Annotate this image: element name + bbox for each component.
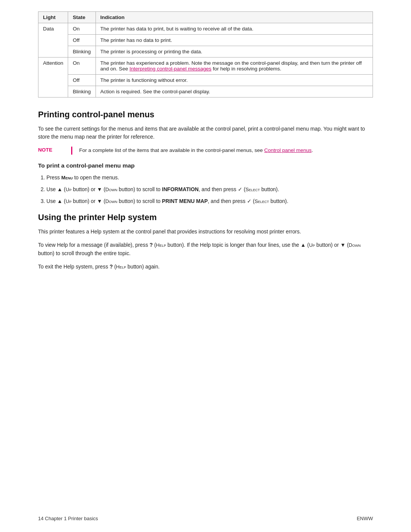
table-header-light: Light	[38, 12, 68, 23]
list-item: Use ▲ (Up button) or ▼ (Down button) to …	[46, 197, 373, 205]
table-row: Data On The printer has data to print, b…	[38, 23, 373, 35]
step2-up: Up	[65, 187, 71, 192]
light-state-table: Light State Indication Data On The print…	[38, 11, 373, 97]
step2-information: INFORMATION	[162, 187, 199, 192]
table-row: Blinking The printer is processing or pr…	[38, 46, 373, 58]
step3-up: Up	[65, 198, 71, 204]
footer-right: ENWW	[357, 516, 373, 521]
step1-text-before: Press	[46, 175, 61, 181]
note-block: NOTE For a complete list of the items th…	[38, 147, 373, 155]
list-item: Press Menu to open the menus.	[46, 174, 373, 182]
state-on-cell: On	[68, 23, 96, 35]
indication-blinking-cell: The printer is processing or printing th…	[96, 46, 373, 58]
section2-paragraph1: This printer features a Help system at t…	[38, 228, 373, 236]
steps-list: Press Menu to open the menus. Use ▲ (Up …	[46, 174, 373, 206]
attention-state-on-cell: On	[68, 58, 96, 75]
subheading-print-menu: To print a control-panel menu map	[38, 162, 373, 169]
light-data-cell: Data	[38, 23, 68, 58]
section1-paragraph1: To see the current settings for the menu…	[38, 125, 373, 141]
para3-text2: (Help button) again.	[113, 264, 159, 270]
note-label: NOTE	[38, 147, 72, 155]
note-text-after: .	[312, 147, 313, 153]
para3-help-label: Help	[116, 264, 126, 270]
para2-help-label: Help	[156, 242, 166, 248]
state-blinking-cell: Blinking	[68, 46, 96, 58]
note-text: For a complete list of the items that ar…	[79, 147, 373, 155]
footer-left: 14 Chapter 1 Printer basics	[38, 516, 98, 521]
attention-indication-text-after: for help in resolving problems.	[212, 66, 282, 72]
interpreting-link[interactable]: Interpreting control-panel messages	[129, 66, 211, 72]
table-row: Blinking Action is required. See the con…	[38, 86, 373, 97]
page-content: Light State Indication Data On The print…	[0, 0, 411, 299]
table-row: Off The printer is functioning without e…	[38, 75, 373, 86]
para2-text1: To view Help for a message (if available…	[38, 242, 150, 248]
light-attention-cell: Attention	[38, 58, 68, 97]
para2-down: Down	[349, 242, 360, 248]
table-header-state: State	[68, 12, 96, 23]
step1-menu-label: Menu	[61, 175, 73, 181]
table-row: Off The printer has no data to print.	[38, 35, 373, 46]
para2-up: Up	[309, 242, 315, 248]
section1-heading: Printing control-panel menus	[38, 110, 373, 120]
step2-text: Use ▲ (Up button) or ▼ (Down button) to …	[46, 187, 279, 192]
step3-select: Select	[255, 198, 269, 204]
step2-select: Select	[245, 187, 260, 192]
indication-on-cell: The printer has data to print, but is wa…	[96, 23, 373, 35]
step1-text-after: to open the menus.	[73, 175, 119, 181]
attention-indication-on-cell: The printer has experienced a problem. N…	[96, 58, 373, 75]
control-panel-menus-link[interactable]: Control panel menus	[264, 147, 312, 153]
section2-heading: Using the printer Help system	[38, 212, 373, 222]
step3-print-menu-map: PRINT MENU MAP	[162, 198, 208, 204]
table-header-indication: Indication	[96, 12, 373, 23]
para3-text1: To exit the Help system, press	[38, 264, 110, 270]
indication-off-cell: The printer has no data to print.	[96, 35, 373, 46]
section2-paragraph3: To exit the Help system, press ? (Help b…	[38, 263, 373, 271]
step3-down: Down	[105, 198, 117, 204]
note-text-before: For a complete list of the items that ar…	[79, 147, 264, 153]
list-item: Use ▲ (Up button) or ▼ (Down button) to …	[46, 185, 373, 193]
attention-indication-off-cell: The printer is functioning without error…	[96, 75, 373, 86]
step2-down: Down	[105, 187, 117, 192]
section2-paragraph2: To view Help for a message (if available…	[38, 241, 373, 257]
attention-state-off-cell: Off	[68, 75, 96, 86]
attention-state-blinking-cell: Blinking	[68, 86, 96, 97]
state-off-cell: Off	[68, 35, 96, 46]
table-row: Attention On The printer has experienced…	[38, 58, 373, 75]
attention-indication-blinking-cell: Action is required. See the control-pane…	[96, 86, 373, 97]
page-footer: 14 Chapter 1 Printer basics ENWW	[0, 516, 411, 521]
step3-text: Use ▲ (Up button) or ▼ (Down button) to …	[46, 198, 288, 204]
